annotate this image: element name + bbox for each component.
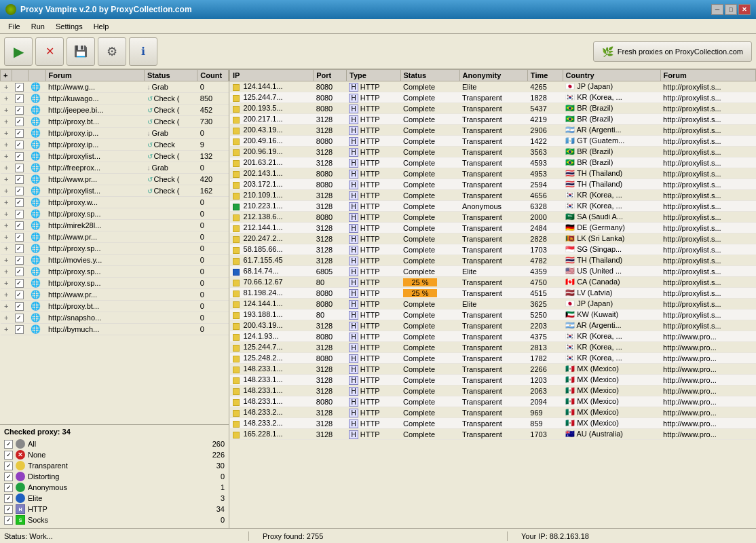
forum-row[interactable]: + ✓ 🌐 http://proxy.sp... 0: [1, 278, 229, 289]
check-cell[interactable]: ✓: [12, 208, 29, 220]
check-cell[interactable]: ✓: [12, 105, 29, 116]
check-cell[interactable]: ✓: [12, 197, 29, 208]
check-cell[interactable]: ✓: [12, 312, 29, 324]
stop-button[interactable]: ✕: [35, 37, 64, 66]
proxy-row[interactable]: 220.247.2... 3128 H HTTP Complete Transp…: [230, 233, 756, 244]
forum-row[interactable]: + ✓ 🌐 http://bymuch... 0: [1, 324, 229, 335]
check-cell[interactable]: ✓: [12, 128, 29, 139]
check-cell[interactable]: ✓: [12, 301, 29, 312]
check-cell[interactable]: ✓: [12, 231, 29, 243]
proxy-row[interactable]: 200.193.5... 8080 H HTTP Complete Transp…: [230, 103, 756, 114]
proxy-row[interactable]: 200.43.19... 3128 H HTTP Complete Transp…: [230, 320, 756, 331]
proxy-row[interactable]: 148.233.1... 3128 H HTTP Complete Transp…: [230, 386, 756, 396]
forum-row[interactable]: + ✓ 🌐 http://proxylist... ↺Check ( 132: [1, 151, 229, 162]
stat-checkbox-all[interactable]: ✓: [4, 440, 13, 449]
forum-table[interactable]: + Forum Status Count + ✓ 🌐 http://www.g.…: [0, 69, 229, 424]
proxy-row[interactable]: 210.109.1... 3128 H HTTP Complete Transp…: [230, 190, 756, 201]
check-cell[interactable]: ✓: [12, 324, 29, 335]
check-cell[interactable]: ✓: [12, 174, 29, 185]
check-cell[interactable]: ✓: [12, 116, 29, 128]
check-cell[interactable]: ✓: [12, 220, 29, 231]
forum-row[interactable]: + ✓ 🌐 http://www.pr... 0: [1, 231, 229, 243]
proxy-row[interactable]: 200.217.1... 3128 H HTTP Complete Transp…: [230, 114, 756, 125]
stat-checkbox-transparent[interactable]: ✓: [4, 462, 13, 470]
save-button[interactable]: 💾: [67, 37, 95, 66]
proxy-row[interactable]: 125.248.2... 8080 H HTTP Complete Transp…: [230, 353, 756, 364]
check-cell[interactable]: ✓: [12, 266, 29, 278]
menu-run[interactable]: Run: [26, 21, 50, 32]
proxy-row[interactable]: 125.244.7... 8080 H HTTP Complete Transp…: [230, 92, 756, 103]
proxy-row[interactable]: 201.63.21... 3128 H HTTP Complete Transp…: [230, 157, 756, 168]
proxy-row[interactable]: 202.143.1... 8080 H HTTP Complete Transp…: [230, 168, 756, 179]
check-cell[interactable]: ✓: [12, 185, 29, 197]
stat-checkbox-http[interactable]: ✓: [4, 505, 13, 514]
forum-row[interactable]: + ✓ 🌐 http://proxy.bt... 0: [1, 301, 229, 312]
forum-row[interactable]: + ✓ 🌐 http://www.g... ↓Grab 0: [1, 81, 229, 93]
forum-row[interactable]: + ✓ 🌐 http://proxy.sp... 0: [1, 208, 229, 220]
about-button[interactable]: ℹ: [129, 37, 157, 66]
close-button[interactable]: ✕: [738, 4, 751, 15]
proxy-row[interactable]: 124.144.1... 8080 H HTTP Complete Elite …: [230, 81, 756, 92]
menu-help[interactable]: Help: [88, 21, 115, 32]
stat-checkbox-socks[interactable]: ✓: [4, 516, 13, 525]
check-cell[interactable]: ✓: [12, 151, 29, 162]
proxy-row[interactable]: 148.233.1... 3128 H HTTP Complete Transp…: [230, 375, 756, 386]
proxy-row[interactable]: 165.228.1... 3128 H HTTP Complete Transp…: [230, 429, 756, 440]
proxy-row[interactable]: 148.233.1... 3128 H HTTP Complete Transp…: [230, 364, 756, 375]
forum-row[interactable]: + ✓ 🌐 http://mirek28l... 0: [1, 220, 229, 231]
check-cell[interactable]: ✓: [12, 162, 29, 174]
forum-row[interactable]: + ✓ 🌐 http://www.pr... ↺Check ( 420: [1, 174, 229, 185]
proxy-row[interactable]: 210.223.1... 3128 H HTTP Complete Anonym…: [230, 201, 756, 212]
proxy-row[interactable]: 58.185.66... 3128 H HTTP Complete Transp…: [230, 244, 756, 255]
forum-row[interactable]: + ✓ 🌐 http://kuwago... ↺Check ( 850: [1, 93, 229, 105]
stat-checkbox-distorting[interactable]: ✓: [4, 472, 13, 481]
forum-row[interactable]: + ✓ 🌐 http://proxy.bt... ↺Check ( 730: [1, 116, 229, 128]
forum-row[interactable]: + ✓ 🌐 http://proxy.w... 0: [1, 197, 229, 208]
maximize-button[interactable]: □: [725, 4, 737, 15]
check-cell[interactable]: ✓: [12, 93, 29, 105]
proxy-row[interactable]: 61.7.155.45 3128 H HTTP Complete Transpa…: [230, 255, 756, 266]
proxy-row[interactable]: 81.198.24... 8080 H HTTP 25 % Transparen…: [230, 288, 756, 299]
forum-row[interactable]: + ✓ 🌐 http://proxylist... ↺Check ( 162: [1, 185, 229, 197]
forum-row[interactable]: + ✓ 🌐 http://proxy.ip... ↓Grab 0: [1, 128, 229, 139]
proxy-row[interactable]: 125.244.7... 3128 H HTTP Complete Transp…: [230, 342, 756, 353]
minimize-button[interactable]: ─: [711, 4, 723, 15]
proxy-row[interactable]: 148.233.2... 3128 H HTTP Complete Transp…: [230, 418, 756, 429]
proxy-row[interactable]: 212.138.6... 8080 H HTTP Complete Transp…: [230, 212, 756, 223]
stat-checkbox-none[interactable]: ✓: [4, 451, 13, 460]
forum-row[interactable]: + ✓ 🌐 http://www.pr... 0: [1, 289, 229, 301]
menu-settings[interactable]: Settings: [50, 21, 88, 32]
check-cell[interactable]: ✓: [12, 243, 29, 255]
proxy-row[interactable]: 124.144.1... 8080 H HTTP Complete Elite …: [230, 299, 756, 310]
proxy-row[interactable]: 193.188.1... 80 H HTTP Complete Transpar…: [230, 310, 756, 320]
forum-row[interactable]: + ✓ 🌐 http://jeepee.bi... ↺Check ( 452: [1, 105, 229, 116]
proxy-table[interactable]: IP Port Type Status Anonymity Time Count…: [229, 69, 756, 528]
forum-row[interactable]: + ✓ 🌐 http://movies.y... 0: [1, 255, 229, 266]
fresh-proxies-button[interactable]: 🌿 Fresh proxies on ProxyCollection.com: [593, 41, 752, 62]
check-cell[interactable]: ✓: [12, 81, 29, 93]
proxy-row[interactable]: 200.96.19... 3128 H HTTP Complete Transp…: [230, 147, 756, 157]
check-cell[interactable]: ✓: [12, 278, 29, 289]
proxy-row[interactable]: 70.66.12.67 80 H HTTP 25 % Transparent 4…: [230, 277, 756, 288]
proxy-row[interactable]: 68.14.74... 6805 H HTTP Complete Elite 4…: [230, 266, 756, 277]
proxy-row[interactable]: 124.1.93... 8080 H HTTP Complete Transpa…: [230, 331, 756, 342]
forum-row[interactable]: + ✓ 🌐 http://snapsho... 0: [1, 312, 229, 324]
proxy-row[interactable]: 148.233.1... 8080 H HTTP Complete Transp…: [230, 396, 756, 407]
forum-row[interactable]: + ✓ 🌐 http://proxy.sp... 0: [1, 243, 229, 255]
proxy-row[interactable]: 148.233.2... 3128 H HTTP Complete Transp…: [230, 407, 756, 418]
proxy-row[interactable]: 200.43.19... 3128 H HTTP Complete Transp…: [230, 125, 756, 136]
check-cell[interactable]: ✓: [12, 255, 29, 266]
proxy-row[interactable]: 203.172.1... 8080 H HTTP Complete Transp…: [230, 179, 756, 190]
stat-checkbox-anonymous[interactable]: ✓: [4, 483, 13, 492]
forum-row[interactable]: + ✓ 🌐 http://freeprox... ↓Grab 0: [1, 162, 229, 174]
check-cell[interactable]: ✓: [12, 139, 29, 151]
start-button[interactable]: ▶: [4, 37, 33, 66]
proxy-row[interactable]: 212.144.1... 3128 H HTTP Complete Transp…: [230, 223, 756, 233]
proxy-row[interactable]: 200.49.16... 8080 H HTTP Complete Transp…: [230, 136, 756, 147]
menu-file[interactable]: File: [3, 21, 26, 32]
settings-button[interactable]: ⚙: [98, 37, 126, 66]
forum-row[interactable]: + ✓ 🌐 http://proxy.ip... ↺Check 9: [1, 139, 229, 151]
check-cell[interactable]: ✓: [12, 289, 29, 301]
forum-row[interactable]: + ✓ 🌐 http://proxy.sp... 0: [1, 266, 229, 278]
stat-checkbox-elite[interactable]: ✓: [4, 494, 13, 503]
